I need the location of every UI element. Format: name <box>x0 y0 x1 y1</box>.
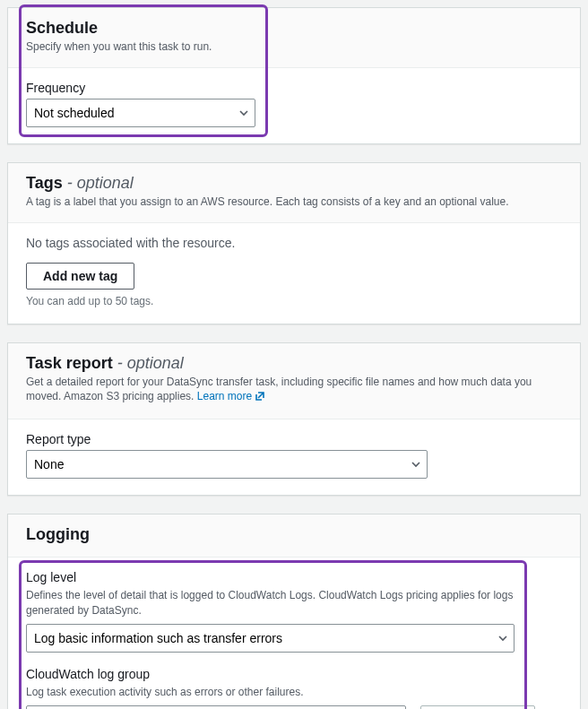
logging-panel: Logging Log level Defines the level of d… <box>7 514 581 709</box>
tags-body: No tags associated with the resource. Ad… <box>8 223 580 324</box>
frequency-select[interactable]: Not scheduled <box>26 99 255 127</box>
add-new-tag-button[interactable]: Add new tag <box>26 263 134 290</box>
log-group-row: /aws/datasync Autogenerate <box>26 705 562 709</box>
log-level-field: Log level Defines the level of detail th… <box>26 570 562 653</box>
log-group-desc: Log task execution activity such as erro… <box>26 685 562 700</box>
logging-title: Logging <box>26 525 562 544</box>
log-level-select[interactable]: Log basic information such as transfer e… <box>26 624 514 653</box>
schedule-title: Schedule <box>26 19 562 38</box>
task-report-title: Task report - optional <box>26 354 562 373</box>
schedule-panel: Schedule Specify when you want this task… <box>7 7 581 144</box>
no-tags-text: No tags associated with the resource. <box>26 236 562 250</box>
log-level-label: Log level <box>26 570 562 584</box>
frequency-label: Frequency <box>26 81 562 95</box>
report-type-select[interactable]: None <box>26 450 428 479</box>
tags-panel: Tags - optional A tag is a label that yo… <box>7 162 581 324</box>
logging-body: Log level Defines the level of detail th… <box>8 558 580 709</box>
log-group-field: CloudWatch log group Log task execution … <box>26 667 562 709</box>
task-report-panel: Task report - optional Get a detailed re… <box>7 342 581 497</box>
frequency-select-wrap: Not scheduled <box>26 99 255 127</box>
external-link-icon <box>255 391 265 406</box>
task-report-body: Report type None <box>8 419 580 495</box>
log-group-label: CloudWatch log group <box>26 667 562 681</box>
log-level-select-wrap: Log basic information such as transfer e… <box>26 624 514 653</box>
schedule-header: Schedule Specify when you want this task… <box>8 8 580 68</box>
log-group-select-wrap: /aws/datasync <box>26 705 406 709</box>
schedule-body: Frequency Not scheduled <box>8 68 580 143</box>
report-type-label: Report type <box>26 432 562 446</box>
tags-header: Tags - optional A tag is a label that yo… <box>8 163 580 223</box>
tags-hint: You can add up to 50 tags. <box>26 295 562 307</box>
tags-title: Tags - optional <box>26 174 562 193</box>
task-report-desc: Get a detailed report for your DataSync … <box>26 375 562 407</box>
logging-header: Logging <box>8 514 580 558</box>
task-report-header: Task report - optional Get a detailed re… <box>8 343 580 420</box>
log-level-desc: Defines the level of detail that is logg… <box>26 588 562 618</box>
report-type-select-wrap: None <box>26 450 428 479</box>
tags-desc: A tag is a label that you assign to an A… <box>26 195 562 210</box>
learn-more-link[interactable]: Learn more <box>197 390 265 402</box>
log-group-select[interactable]: /aws/datasync <box>26 705 406 709</box>
autogenerate-button[interactable]: Autogenerate <box>420 705 535 709</box>
schedule-desc: Specify when you want this task to run. <box>26 39 562 55</box>
